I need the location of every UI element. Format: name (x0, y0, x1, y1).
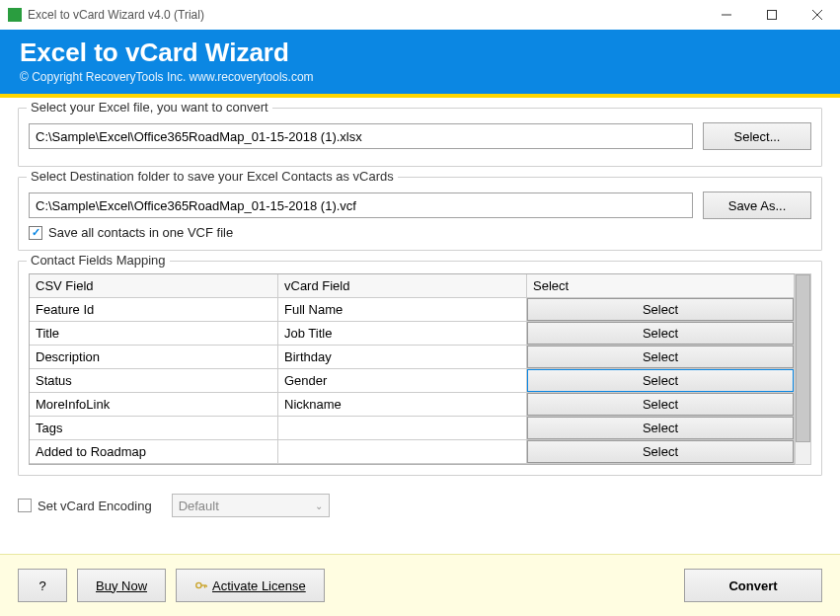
vcard-field-cell (278, 417, 527, 440)
table-row: MoreInfoLinkNicknameSelect (30, 393, 795, 417)
table-scrollbar[interactable] (795, 273, 811, 465)
buy-now-button[interactable]: Buy Now (77, 569, 166, 602)
csv-field-cell: Title (30, 322, 278, 346)
csv-field-cell: MoreInfoLink (30, 393, 278, 417)
encoding-value: Default (179, 499, 219, 513)
save-one-vcf-label: Save all contacts in one VCF file (48, 225, 233, 240)
select-mapping-button[interactable]: Select (527, 393, 794, 416)
maximize-button[interactable] (749, 0, 795, 30)
table-row: TitleJob TitleSelect (30, 322, 795, 346)
vcard-field-cell: Nickname (278, 393, 527, 417)
select-cell: Select (527, 393, 795, 417)
svg-rect-1 (768, 11, 777, 20)
save-one-vcf-checkbox[interactable] (29, 226, 42, 240)
mapping-legend: Contact Fields Mapping (27, 253, 170, 268)
window-title: Excel to vCard Wizard v4.0 (Trial) (28, 8, 704, 22)
mapping-group: Contact Fields Mapping CSV Field vCard F… (18, 261, 822, 476)
select-mapping-button[interactable]: Select (527, 440, 794, 463)
footer-bar: ? Buy Now Activate License Convert (0, 554, 840, 616)
vcard-field-cell: Job Title (278, 322, 527, 346)
select-mapping-button[interactable]: Select (527, 417, 794, 439)
table-row: DescriptionBirthdaySelect (30, 346, 795, 369)
app-title: Excel to vCard Wizard (20, 38, 820, 68)
encoding-checkbox[interactable] (18, 499, 32, 512)
select-file-button[interactable]: Select... (703, 122, 811, 150)
select-cell: Select (527, 369, 795, 393)
source-file-group: Select your Excel file, you want to conv… (18, 108, 822, 167)
csv-field-cell: Feature Id (30, 298, 278, 322)
col-select: Select (527, 274, 795, 298)
table-row: Feature IdFull NameSelect (30, 298, 795, 322)
table-row: TagsSelect (30, 417, 795, 440)
col-csv-field: CSV Field (30, 274, 278, 298)
dest-path-input[interactable] (29, 192, 693, 218)
select-cell: Select (527, 440, 795, 464)
close-button[interactable] (795, 0, 840, 30)
dest-legend: Select Destination folder to save your E… (27, 169, 398, 184)
vcard-field-cell: Gender (278, 369, 527, 393)
source-legend: Select your Excel file, you want to conv… (27, 100, 272, 115)
encoding-row: Set vCard Encoding Default ⌄ (0, 486, 840, 533)
csv-field-cell: Description (30, 346, 278, 369)
mapping-table: CSV Field vCard Field Select Feature IdF… (29, 273, 795, 465)
scrollbar-thumb[interactable] (796, 274, 810, 442)
header-banner: Excel to vCard Wizard © Copyright Recove… (0, 30, 840, 98)
vcard-field-cell: Birthday (278, 346, 527, 369)
table-row: StatusGenderSelect (30, 369, 795, 393)
table-row: Added to RoadmapSelect (30, 440, 795, 464)
csv-field-cell: Tags (30, 417, 278, 440)
encoding-label: Set vCard Encoding (38, 499, 152, 513)
select-cell: Select (527, 346, 795, 369)
encoding-select[interactable]: Default ⌄ (172, 494, 330, 517)
select-mapping-button[interactable]: Select (527, 369, 794, 392)
app-icon (8, 8, 22, 22)
save-as-button[interactable]: Save As... (703, 192, 811, 219)
select-mapping-button[interactable]: Select (527, 346, 794, 368)
select-cell: Select (527, 298, 795, 322)
table-header-row: CSV Field vCard Field Select (30, 274, 795, 298)
convert-button[interactable]: Convert (684, 569, 822, 602)
select-cell: Select (527, 417, 795, 440)
select-cell: Select (527, 322, 795, 346)
csv-field-cell: Added to Roadmap (30, 440, 278, 464)
select-mapping-button[interactable]: Select (527, 322, 794, 345)
source-path-input[interactable] (29, 123, 693, 149)
titlebar: Excel to vCard Wizard v4.0 (Trial) (0, 0, 840, 30)
chevron-down-icon: ⌄ (315, 500, 323, 511)
svg-point-4 (196, 582, 201, 587)
copyright-text: © Copyright RecoveryTools Inc. www.recov… (20, 70, 820, 84)
col-vcard-field: vCard Field (278, 274, 527, 298)
key-icon (194, 578, 208, 592)
vcard-field-cell (278, 440, 527, 464)
destination-group: Select Destination folder to save your E… (18, 177, 822, 251)
activate-license-button[interactable]: Activate License (176, 569, 325, 602)
csv-field-cell: Status (30, 369, 278, 393)
select-mapping-button[interactable]: Select (527, 298, 794, 321)
vcard-field-cell: Full Name (278, 298, 527, 322)
help-button[interactable]: ? (18, 569, 67, 602)
minimize-button[interactable] (704, 0, 749, 30)
